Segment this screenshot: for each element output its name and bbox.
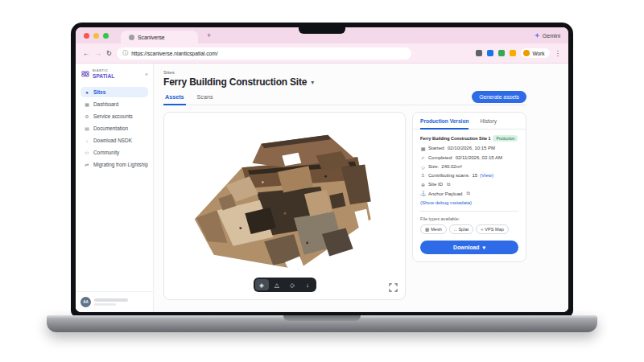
site-info-icon[interactable]: ⓘ (122, 49, 128, 57)
orbit-tool-button[interactable]: △ (270, 279, 284, 290)
generate-assets-button[interactable]: Generate assets (472, 91, 526, 103)
sidebar-item-label: Service accounts (93, 113, 133, 119)
minimize-window-button[interactable] (93, 33, 99, 39)
copy-icon[interactable]: ⧉ (447, 182, 450, 187)
user-account[interactable]: AA (76, 291, 153, 312)
app-logo: NIANTIC SPATIAL « (80, 69, 148, 79)
version-name: Ferry Building Construction Site 1 (420, 136, 490, 141)
sidebar-item-documentation[interactable]: ▤ Documentation (80, 123, 148, 134)
download-label: Download (453, 245, 479, 250)
field-completed: ✓ Completed: 02/11/2026, 02:15 AM (420, 154, 518, 160)
logo-spatial: SPATIAL (93, 73, 114, 79)
download-button[interactable]: Download ▾ (420, 241, 518, 254)
sidebar-nav: ● Sites ▦ Dashboard ⚙ Service accounts (80, 87, 148, 170)
browser-toolbar: ← → ↻ ⓘ https://scaniverse.nianticspatia… (76, 43, 568, 64)
sidebar-item-service-accounts[interactable]: ⚙ Service accounts (80, 111, 148, 121)
new-tab-button[interactable]: + (207, 31, 211, 39)
sidebar-item-community[interactable]: ⚇ Community (80, 147, 148, 158)
mesh-icon: ▦ (425, 227, 429, 232)
field-site-id: ⊕ Site ID ⧉ (420, 182, 518, 187)
layers-icon: ≡ (420, 173, 426, 178)
calendar-icon: ▦ (420, 146, 426, 151)
app-root: NIANTIC SPATIAL « ● Sites ▦ Dashboard (76, 64, 568, 312)
file-type-vps-map[interactable]: ⌖ VPS Map (476, 224, 509, 234)
field-value: 15 (472, 173, 477, 178)
page-title: Ferry Building Construction Site (163, 76, 307, 88)
sidebar-item-label: Download NSDK (93, 138, 132, 143)
sidebar-item-download-nsdk[interactable]: ↓ Download NSDK (80, 135, 148, 146)
tab-history[interactable]: History (480, 118, 497, 129)
tab-favicon-icon (129, 35, 134, 40)
gemini-button[interactable]: Gemini (535, 33, 560, 39)
sidebar-item-dashboard[interactable]: ▦ Dashboard (80, 99, 148, 109)
dashboard-icon: ▦ (84, 101, 90, 107)
tab-assets[interactable]: Assets (163, 93, 186, 105)
tab-scans[interactable]: Scans (196, 93, 215, 105)
profile-avatar (523, 50, 530, 56)
tab-production-version[interactable]: Production Version (420, 118, 469, 130)
browser-tab[interactable]: Scaniverse (121, 31, 198, 43)
extension-icon[interactable] (510, 50, 516, 56)
close-window-button[interactable] (84, 33, 89, 39)
download-icon: ↓ (84, 138, 90, 143)
file-type-splat[interactable]: ∴ Splat (449, 224, 473, 234)
community-icon: ⚇ (84, 150, 90, 155)
download-chevron-icon: ▾ (483, 245, 485, 251)
reload-button[interactable]: ↻ (106, 50, 112, 57)
status-badge: Production (493, 135, 518, 142)
field-label: Site ID (428, 182, 443, 187)
scan-render[interactable] (174, 124, 396, 288)
laptop-base-notch (283, 315, 361, 321)
laptop-screen: Scaniverse + Gemini ← → ↻ ⓘ https://scan… (71, 23, 573, 317)
sidebar-item-migrating[interactable]: ⇄ Migrating from Lightship (80, 159, 148, 170)
main-content: Sites Ferry Building Construction Site ▾… (154, 64, 568, 312)
breadcrumb[interactable]: Sites (163, 69, 526, 75)
gear-icon: ⚙ (84, 113, 90, 119)
sidebar: NIANTIC SPATIAL « ● Sites ▦ Dashboard (76, 64, 154, 312)
desktop-background: Scaniverse + Gemini ← → ↻ ⓘ https://scan… (0, 0, 644, 362)
extensions-puzzle-icon[interactable] (476, 50, 482, 56)
laptop-base (47, 315, 597, 332)
mesh-tool-button[interactable]: ◈ (255, 279, 269, 290)
field-label: Contributing scans: (428, 173, 469, 178)
view-scans-link[interactable]: (View) (480, 173, 493, 178)
profile-label: Work (532, 51, 544, 56)
title-chevron-icon[interactable]: ▾ (311, 79, 314, 86)
divider (420, 211, 518, 212)
zoom-window-button[interactable] (103, 33, 109, 39)
field-label: Started: (428, 146, 445, 150)
file-types-label: File types available: (420, 216, 518, 221)
tab-title: Scaniverse (138, 35, 165, 40)
forward-button[interactable]: → (95, 50, 102, 57)
extension-icon[interactable] (498, 50, 505, 56)
extension-icon[interactable] (487, 50, 493, 56)
download-tool-button[interactable]: ↓ (301, 279, 315, 290)
sidebar-item-sites[interactable]: ● Sites (80, 87, 148, 97)
file-type-mesh[interactable]: ▦ Mesh (420, 224, 447, 234)
user-email-redacted (94, 303, 116, 306)
sidebar-item-label: Dashboard (93, 101, 118, 107)
sites-icon: ● (84, 90, 90, 95)
chip-label: Splat (458, 227, 469, 232)
user-avatar: AA (80, 297, 91, 307)
panel-tabs: Production Version History (413, 113, 526, 130)
profile-chip[interactable]: Work (521, 48, 549, 58)
field-label: Size: (428, 164, 439, 169)
file-type-chips: ▦ Mesh ∴ Splat ⌖ VPS Map (420, 224, 518, 234)
ruler-icon: ◇ (420, 164, 426, 170)
splat-tool-button[interactable]: ◇ (286, 279, 299, 290)
field-value: 02/10/2026, 10:15 PM (448, 146, 495, 150)
show-debug-metadata-link[interactable]: (Show debug metadata) (420, 200, 518, 205)
browser-window: Scaniverse + Gemini ← → ↻ ⓘ https://scan… (76, 27, 568, 312)
splat-icon: ∴ (454, 227, 457, 232)
field-value: 240.02m² (441, 164, 461, 169)
chip-label: VPS Map (485, 227, 504, 232)
camera-notch (299, 27, 345, 34)
back-button[interactable]: ← (83, 50, 90, 57)
browser-menu-icon[interactable]: ⋮ (555, 50, 562, 57)
migrate-icon: ⇄ (84, 162, 90, 167)
sidebar-collapse-icon[interactable]: « (145, 72, 148, 77)
copy-icon[interactable]: ⧉ (466, 191, 469, 196)
address-bar[interactable]: ⓘ https://scaniverse.nianticspatial.com/ (117, 47, 411, 60)
fullscreen-icon[interactable] (389, 283, 398, 292)
